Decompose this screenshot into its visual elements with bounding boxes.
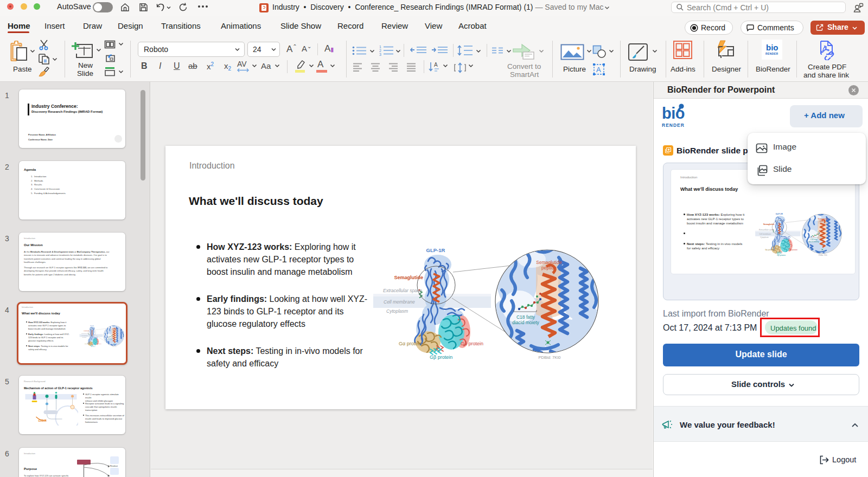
svg-text:A: A bbox=[434, 62, 438, 68]
svg-text:3: 3 bbox=[379, 53, 381, 56]
svg-text:1: 1 bbox=[379, 45, 381, 49]
svg-text:GcGcR: GcGcR bbox=[39, 420, 47, 422]
svg-text:A: A bbox=[596, 66, 601, 74]
